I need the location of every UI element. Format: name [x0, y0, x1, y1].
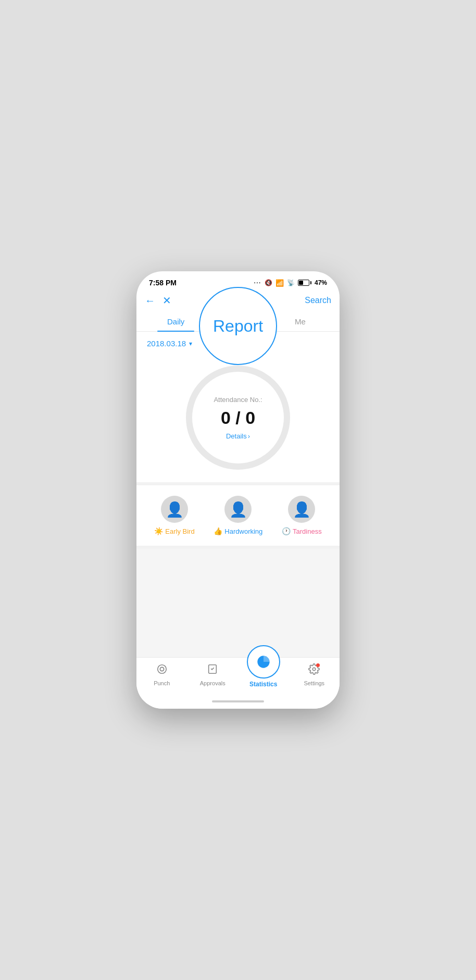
tardiness-label: 🕐 Tardiness — [282, 527, 322, 535]
user-categories: 👤 ☀️ Early Bird 👤 👍 Hardworking 👤 🕐 — [136, 485, 340, 546]
battery-percent: 47% — [315, 279, 327, 286]
category-early-bird[interactable]: 👤 ☀️ Early Bird — [154, 496, 194, 535]
status-right: ··· 🔇 📶 📡 47% — [254, 279, 327, 287]
approvals-icon — [207, 663, 218, 678]
clock-icon: 🕐 — [282, 527, 291, 535]
category-tardiness[interactable]: 👤 🕐 Tardiness — [282, 496, 322, 535]
svg-point-3 — [313, 668, 316, 671]
back-button[interactable]: ← — [145, 295, 155, 307]
svg-point-0 — [160, 667, 164, 671]
sun-icon: ☀️ — [154, 527, 163, 535]
wifi-icon: 📶 — [275, 279, 284, 287]
avatar-early-bird: 👤 — [161, 496, 188, 523]
home-bar — [212, 700, 264, 702]
tab-settings[interactable]: Settings — [289, 663, 340, 686]
mute-icon: 🔇 — [265, 279, 272, 286]
settings-label: Settings — [304, 680, 324, 686]
signal-icon: 📡 — [287, 279, 295, 286]
search-button[interactable]: Search — [305, 296, 331, 305]
early-bird-text: Early Bird — [165, 527, 194, 535]
tab-daily[interactable]: Daily — [145, 312, 207, 331]
avatar-hardworking: 👤 — [224, 496, 252, 523]
user-icon-early: 👤 — [166, 501, 184, 518]
header-left: ← ✕ — [145, 294, 171, 307]
report-label: Report — [213, 317, 263, 336]
attendance-label: Attendance No.: — [214, 396, 262, 404]
tab-me[interactable]: Me — [269, 312, 331, 331]
home-indicator — [136, 694, 340, 709]
category-hardworking[interactable]: 👤 👍 Hardworking — [214, 496, 262, 535]
tab-statistics-center[interactable]: Statistics — [238, 662, 289, 688]
attendance-circle: Attendance No.: 0 / 0 Details › — [186, 366, 290, 470]
tab-punch[interactable]: Punch — [136, 663, 187, 686]
gray-content-area — [136, 549, 340, 657]
early-bird-label: ☀️ Early Bird — [154, 527, 194, 535]
tab-approvals[interactable]: Approvals — [187, 663, 239, 686]
details-link[interactable]: Details › — [226, 432, 250, 440]
statistics-label: Statistics — [249, 681, 277, 688]
attendance-section: Attendance No.: 0 / 0 Details › — [136, 355, 340, 482]
status-time: 7:58 PM — [149, 279, 177, 287]
battery-icon — [298, 280, 311, 286]
avatar-tardiness: 👤 — [288, 496, 315, 523]
bottom-tab-bar: Punch Approvals Statistics — [136, 657, 340, 694]
user-icon-hard: 👤 — [229, 501, 247, 518]
date-text: 2018.03.18 — [147, 339, 186, 348]
report-circle-overlay[interactable]: Report — [199, 287, 277, 365]
chevron-down-icon: ▾ — [189, 340, 192, 347]
thumbsup-icon: 👍 — [214, 527, 222, 535]
chevron-right-icon: › — [248, 432, 250, 440]
phone-frame: Report 7:58 PM ··· 🔇 📶 📡 47% ← ✕ Statist… — [136, 271, 340, 709]
tardiness-text: Tardiness — [293, 527, 322, 535]
user-icon-tard: 👤 — [293, 501, 311, 518]
hardworking-label: 👍 Hardworking — [214, 527, 262, 535]
attendance-number: 0 / 0 — [221, 408, 255, 428]
approvals-label: Approvals — [200, 680, 226, 686]
hardworking-text: Hardworking — [224, 527, 262, 535]
signal-dots: ··· — [254, 280, 261, 286]
punch-label: Punch — [154, 680, 170, 686]
settings-icon — [308, 663, 320, 678]
statistics-circle — [247, 645, 280, 679]
svg-point-1 — [158, 665, 167, 674]
close-button[interactable]: ✕ — [162, 294, 171, 307]
punch-icon — [156, 663, 168, 678]
